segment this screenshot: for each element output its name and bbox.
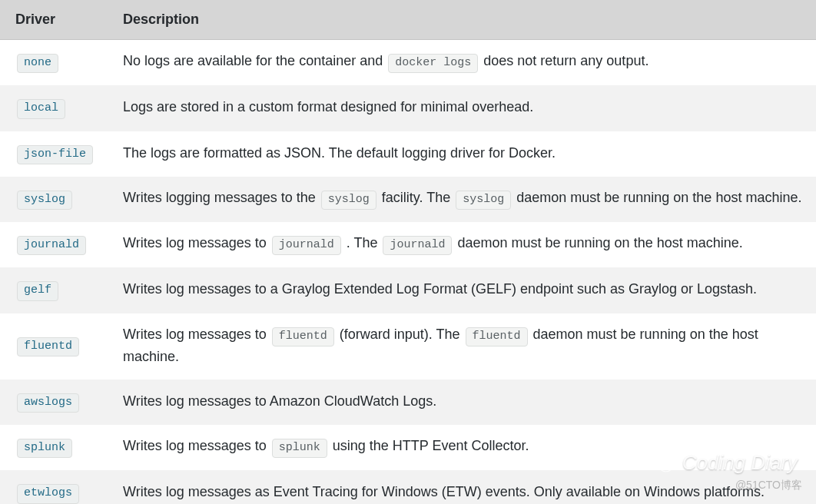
inline-code: splunk: [272, 439, 327, 458]
inline-code: docker logs: [388, 54, 478, 73]
table-row: localLogs are stored in a custom format …: [0, 85, 816, 131]
inline-code: fluentd: [272, 327, 334, 346]
cell-driver: journald: [0, 222, 108, 267]
cell-description: Logs are stored in a custom format desig…: [108, 85, 816, 131]
cell-description: Writes log messages to Amazon CloudWatch…: [108, 380, 816, 425]
table-header-row: Driver Description: [0, 0, 816, 40]
table-row: syslogWrites logging messages to the sys…: [0, 177, 816, 222]
cell-driver: none: [0, 40, 108, 86]
table-row: awslogsWrites log messages to Amazon Clo…: [0, 380, 816, 425]
inline-code: fluentd: [466, 327, 528, 346]
driver-code: none: [17, 54, 58, 73]
table-row: json-fileThe logs are formatted as JSON.…: [0, 131, 816, 177]
inline-code: syslog: [456, 191, 511, 210]
cell-description: Writes log messages to journald . The jo…: [108, 222, 816, 267]
inline-code: journald: [383, 236, 452, 255]
cell-description: Writes log messages to fluentd (forward …: [108, 313, 816, 380]
driver-code: journald: [17, 236, 86, 255]
driver-code: splunk: [17, 439, 72, 458]
cell-description: Writes log messages to a Graylog Extende…: [108, 267, 816, 313]
inline-code: syslog: [321, 191, 376, 210]
driver-code: syslog: [17, 191, 72, 210]
driver-code: json-file: [17, 145, 93, 164]
table-row: journaldWrites log messages to journald …: [0, 222, 816, 267]
driver-code: gelf: [17, 281, 58, 300]
cell-driver: etwlogs: [0, 470, 108, 504]
table-row: noneNo logs are available for the contai…: [0, 40, 816, 86]
driver-code: local: [17, 99, 65, 118]
cell-description: Writes logging messages to the syslog fa…: [108, 177, 816, 222]
cell-driver: gelf: [0, 267, 108, 313]
cell-driver: splunk: [0, 425, 108, 470]
table-row: fluentdWrites log messages to fluentd (f…: [0, 313, 816, 380]
driver-code: awslogs: [17, 393, 79, 413]
table-row: splunkWrites log messages to splunk usin…: [0, 425, 816, 470]
col-header-description: Description: [108, 0, 816, 40]
cell-driver: awslogs: [0, 380, 108, 425]
table-row: gelfWrites log messages to a Graylog Ext…: [0, 267, 816, 313]
driver-code: fluentd: [17, 337, 79, 356]
cell-driver: syslog: [0, 177, 108, 222]
cell-driver: fluentd: [0, 313, 108, 380]
cell-description: No logs are available for the container …: [108, 40, 816, 86]
inline-code: journald: [272, 236, 341, 255]
cell-description: Writes log messages to splunk using the …: [108, 425, 816, 470]
table-body: noneNo logs are available for the contai…: [0, 40, 816, 505]
col-header-driver: Driver: [0, 0, 108, 40]
cell-description: The logs are formatted as JSON. The defa…: [108, 131, 816, 177]
driver-code: etwlogs: [17, 484, 79, 503]
cell-description: Writes log messages as Event Tracing for…: [108, 470, 816, 504]
drivers-table: Driver Description noneNo logs are avail…: [0, 0, 816, 504]
table-row: etwlogsWrites log messages as Event Trac…: [0, 470, 816, 504]
cell-driver: local: [0, 85, 108, 131]
cell-driver: json-file: [0, 131, 108, 177]
